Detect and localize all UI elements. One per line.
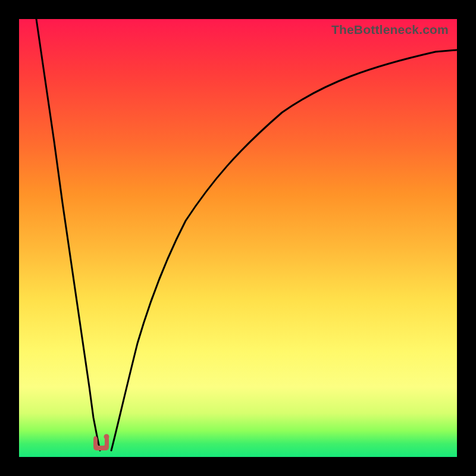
marker-icon [92, 434, 111, 452]
svg-point-0 [104, 434, 109, 440]
curve-left-branch [36, 19, 100, 450]
optimum-marker [92, 434, 111, 452]
chart-curves [19, 19, 457, 457]
plot-area: TheBottleneck.com [19, 19, 457, 457]
curve-right-branch [111, 50, 457, 450]
